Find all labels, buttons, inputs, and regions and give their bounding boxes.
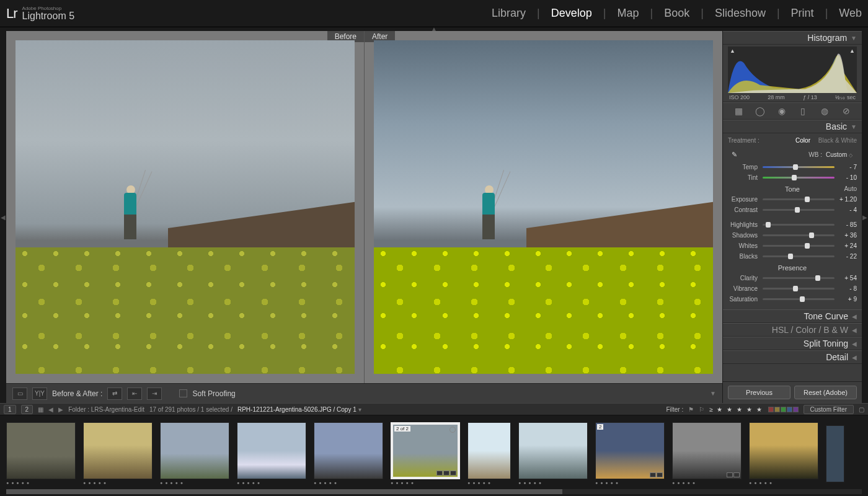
crop-tool-icon[interactable]: ▦: [732, 105, 745, 117]
hsl-header[interactable]: HSL / Color / B & W◀: [723, 323, 862, 337]
blacks-slider[interactable]: [763, 255, 835, 257]
module-web[interactable]: Web: [839, 7, 862, 20]
thumb-rating[interactable]: ● ● ● ● ●: [160, 480, 184, 485]
previous-button[interactable]: Previous: [728, 386, 790, 399]
wb-eyedropper-icon[interactable]: ✎: [728, 148, 740, 161]
thumb-rating[interactable]: ● ● ● ● ●: [518, 480, 542, 485]
highlights-slider[interactable]: [763, 224, 835, 226]
custom-filter-dropdown[interactable]: Custom Filter: [804, 405, 854, 414]
tone-curve-header[interactable]: Tone Curve◀: [723, 309, 862, 323]
thumbnail[interactable]: [6, 422, 76, 479]
saturation-slider[interactable]: [763, 298, 835, 300]
thumb-rating[interactable]: ● ● ● ● ●: [749, 480, 773, 485]
thumbnail[interactable]: [314, 422, 383, 479]
treatment-bw[interactable]: Black & White: [818, 137, 857, 144]
vibrance-value[interactable]: - 8: [837, 285, 857, 292]
module-map[interactable]: Map: [617, 7, 639, 20]
left-panel-expander-icon[interactable]: ◀: [0, 31, 6, 403]
thumbnail[interactable]: 2: [595, 422, 665, 479]
thumb-rating[interactable]: ● ● ● ● ●: [467, 480, 491, 485]
radial-filter-icon[interactable]: ◍: [818, 105, 831, 117]
thumb-rating[interactable]: ● ● ● ● ●: [595, 480, 619, 485]
soft-proofing-checkbox[interactable]: [179, 389, 187, 397]
module-print[interactable]: Print: [791, 7, 814, 20]
rating-filter[interactable]: ≥ ★ ★ ★ ★ ★: [709, 406, 763, 413]
clarity-value[interactable]: + 54: [837, 275, 857, 281]
thumbnail[interactable]: [160, 422, 229, 479]
module-slideshow[interactable]: Slideshow: [715, 7, 766, 20]
brush-tool-icon[interactable]: ⊘: [839, 105, 853, 117]
tint-value[interactable]: - 10: [837, 174, 857, 181]
module-book[interactable]: Book: [664, 7, 689, 20]
right-panel-expander-icon[interactable]: ▶: [862, 31, 868, 403]
basic-header[interactable]: Basic ▼: [723, 120, 862, 133]
whites-value[interactable]: + 24: [837, 242, 857, 249]
split-toning-header[interactable]: Split Toning◀: [723, 337, 862, 350]
thumbnail-selected[interactable]: 2 of 2: [391, 422, 460, 479]
thumbnail[interactable]: [237, 422, 306, 479]
thumbnail[interactable]: [826, 425, 844, 482]
treatment-color[interactable]: Color: [795, 137, 810, 144]
saturation-value[interactable]: + 9: [837, 296, 857, 303]
filmstrip-scrollbar[interactable]: [6, 489, 862, 494]
filmstrip[interactable]: ● ● ● ● ● ● ● ● ● ● ● ● ● ● ● ● ● ● ● ● …: [0, 415, 868, 489]
quick-collection-icon[interactable]: [450, 427, 456, 433]
nav-fwd-icon[interactable]: ▶: [58, 406, 63, 413]
screen-1-button[interactable]: 1: [4, 405, 16, 414]
whites-slider[interactable]: [763, 245, 835, 247]
grid-icon[interactable]: ▦: [38, 406, 43, 413]
exposure-value[interactable]: + 1.20: [837, 196, 857, 203]
screen-2-button[interactable]: 2: [21, 405, 33, 414]
clipping-right-icon[interactable]: ▲: [849, 48, 855, 54]
tint-slider[interactable]: [763, 177, 835, 179]
shadows-value[interactable]: + 36: [837, 232, 857, 239]
reset-button[interactable]: Reset (Adobe): [794, 386, 857, 399]
swap-before-after-button[interactable]: ⇄: [107, 388, 122, 400]
flag-pick-icon[interactable]: ⚑: [688, 406, 694, 413]
thumbnail[interactable]: [672, 422, 742, 479]
before-pane[interactable]: Before: [6, 31, 364, 383]
nav-back-icon[interactable]: ◀: [48, 406, 53, 413]
grad-filter-icon[interactable]: ▯: [796, 105, 810, 117]
compare-view-button[interactable]: Y|Y: [32, 388, 47, 400]
histogram-header[interactable]: Histogram ▼: [723, 31, 862, 45]
copy-after-button[interactable]: ⇥: [147, 388, 162, 400]
thumb-rating[interactable]: ● ● ● ● ●: [6, 480, 30, 485]
thumb-rating[interactable]: ● ● ● ● ●: [314, 480, 337, 485]
detail-header[interactable]: Detail◀: [723, 350, 862, 364]
temp-slider[interactable]: [763, 166, 835, 168]
contrast-slider[interactable]: [763, 209, 835, 211]
thumb-rating[interactable]: ● ● ● ● ●: [83, 480, 107, 485]
thumb-rating[interactable]: ● ● ● ● ●: [672, 480, 696, 485]
thumbnail[interactable]: [467, 422, 511, 479]
histogram[interactable]: ▲ ▲: [728, 46, 857, 93]
thumb-rating[interactable]: ● ● ● ● ●: [237, 480, 260, 485]
thumb-rating[interactable]: ● ● ● ● ●: [391, 480, 414, 485]
folder-name[interactable]: LRS-Argentina-Edit: [91, 406, 144, 413]
highlights-value[interactable]: - 85: [837, 221, 857, 228]
contrast-value[interactable]: - 4: [837, 206, 857, 213]
clipping-left-icon[interactable]: ▲: [730, 48, 735, 54]
spot-tool-icon[interactable]: ◯: [753, 105, 767, 117]
shadows-slider[interactable]: [763, 234, 835, 236]
toolbar-expand-icon[interactable]: ▼: [710, 390, 716, 397]
temp-value[interactable]: - 7: [837, 164, 857, 170]
thumbnail[interactable]: [83, 422, 153, 479]
exposure-slider[interactable]: [763, 198, 835, 200]
module-library[interactable]: Library: [492, 7, 526, 20]
module-develop[interactable]: Develop: [551, 7, 592, 20]
thumbnail[interactable]: [749, 422, 818, 479]
auto-tone-button[interactable]: Auto: [844, 185, 857, 192]
clarity-slider[interactable]: [763, 277, 835, 279]
vibrance-slider[interactable]: [763, 288, 835, 290]
blacks-value[interactable]: - 22: [837, 253, 857, 260]
wb-dropdown[interactable]: Custom ◇: [826, 151, 857, 158]
copy-before-button[interactable]: ⇤: [127, 388, 142, 400]
filter-lock-icon[interactable]: ▢: [859, 406, 864, 413]
after-pane[interactable]: After: [364, 31, 722, 383]
loupe-view-button[interactable]: ▭: [12, 388, 27, 400]
color-label-filter[interactable]: [768, 407, 799, 412]
thumbnail[interactable]: [518, 422, 588, 479]
redeye-tool-icon[interactable]: ◉: [775, 105, 789, 117]
flag-reject-icon[interactable]: ⚐: [699, 406, 704, 413]
